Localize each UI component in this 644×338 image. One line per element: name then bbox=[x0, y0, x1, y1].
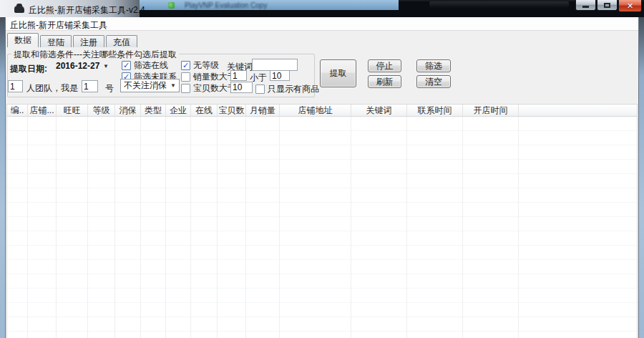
tab-strip: 数据 登陆 注册 充值 bbox=[7, 33, 139, 47]
app-client-area: 丘比熊-新开店铺采集工具 数据 登陆 注册 充值 提取和筛选条件---关注哪些条… bbox=[6, 17, 638, 338]
window-titlebar[interactable]: PlayVNP Evaluation Copy 丘比熊-新开店铺采集工具-v2.… bbox=[0, 0, 644, 17]
checkbox-items-gt-label: 宝贝数大于 bbox=[193, 82, 236, 95]
checkbox-items-gt[interactable]: 宝贝数大于 bbox=[181, 82, 236, 95]
table-grid-column bbox=[28, 117, 57, 338]
close-button[interactable]: ✕ bbox=[618, 0, 642, 12]
checkbox-box bbox=[255, 84, 265, 94]
table-grid-column bbox=[166, 117, 191, 338]
tab-register[interactable]: 注册 bbox=[73, 35, 104, 47]
window-frame-left bbox=[0, 17, 6, 338]
team-label: 人团队，我是 bbox=[26, 82, 78, 95]
column-header-type[interactable]: 类型 bbox=[141, 105, 166, 116]
table-grid-column bbox=[7, 117, 28, 338]
date-label: 提取日期: bbox=[10, 63, 47, 75]
table-header: 编.. 店铺... 旺旺 等级 消保 类型 企业 在线 宝贝数 月销量 店铺地址… bbox=[6, 104, 638, 117]
app-icon bbox=[14, 6, 24, 13]
window-frame-right bbox=[638, 17, 644, 338]
column-header-protection[interactable]: 消保 bbox=[115, 105, 141, 116]
table-grid-column bbox=[141, 117, 166, 338]
sales-lt-input[interactable] bbox=[270, 70, 290, 81]
column-header-enterprise[interactable]: 企业 bbox=[166, 105, 191, 116]
window-title: 丘比熊-新开店铺采集工具-v2.4 bbox=[29, 4, 145, 16]
table-grid-column bbox=[246, 117, 280, 338]
checkbox-filter-online[interactable]: ✓ 筛选在线 bbox=[122, 59, 168, 72]
maximize-icon bbox=[604, 3, 610, 8]
background-dark-window bbox=[429, 1, 569, 8]
date-picker-value: 2016-12-27 bbox=[56, 61, 99, 71]
checkbox-box bbox=[181, 72, 190, 82]
dropdown-arrow-icon: ▼ bbox=[103, 63, 109, 69]
column-header-monthly-sales[interactable]: 月销量 bbox=[246, 105, 280, 116]
protection-select-value: 不关注消保 bbox=[124, 79, 167, 92]
close-icon: ✕ bbox=[627, 2, 633, 10]
team-count-input[interactable] bbox=[8, 80, 23, 92]
checkbox-filter-online-label: 筛选在线 bbox=[134, 59, 168, 72]
team-number-input[interactable] bbox=[82, 80, 98, 92]
inner-title-bar: 丘比熊-新开店铺采集工具 bbox=[6, 17, 638, 31]
minimize-icon bbox=[582, 6, 589, 8]
column-header-keyword[interactable]: 关键词 bbox=[351, 105, 407, 116]
date-picker[interactable]: 2016-12-27 ▼ bbox=[56, 60, 112, 72]
table-grid-column bbox=[218, 117, 246, 338]
checkbox-box bbox=[181, 84, 190, 93]
keyword-input[interactable] bbox=[252, 59, 298, 71]
checkbox-sales-gt-label: 销量数大于 bbox=[193, 71, 236, 83]
minimize-button[interactable] bbox=[575, 0, 596, 11]
table-grid-column bbox=[280, 117, 351, 338]
screen: PlayVNP Evaluation Copy 丘比熊-新开店铺采集工具-v2.… bbox=[0, 0, 644, 338]
maximize-button[interactable] bbox=[597, 0, 618, 11]
protection-select[interactable]: 不关注消保 ▼ bbox=[120, 79, 180, 92]
dropdown-arrow-icon: ▼ bbox=[170, 82, 176, 89]
table-grid-column bbox=[407, 117, 463, 338]
tab-data[interactable]: 数据 bbox=[7, 33, 39, 47]
stop-button[interactable]: 停止 bbox=[368, 59, 401, 72]
column-header-wangwang[interactable]: 旺旺 bbox=[57, 105, 88, 116]
table-grid-column bbox=[88, 117, 115, 338]
column-header-level[interactable]: 等级 bbox=[88, 105, 115, 116]
background-window-title: PlayVNP Evaluation Copy bbox=[185, 1, 267, 9]
checkbox-only-has-goods[interactable]: 只显示有商品 bbox=[255, 83, 319, 95]
column-header-item-count[interactable]: 宝贝数 bbox=[218, 105, 246, 116]
team-number-suffix-label: 号 bbox=[105, 82, 114, 95]
tab-login[interactable]: 登陆 bbox=[40, 35, 72, 47]
table-grid-column bbox=[57, 117, 88, 338]
clear-button[interactable]: 清空 bbox=[416, 75, 451, 88]
refresh-button[interactable]: 刷新 bbox=[368, 75, 401, 88]
background-window-icon bbox=[168, 2, 175, 9]
checkbox-sales-gt[interactable]: 销量数大于 bbox=[181, 71, 236, 83]
table-grid-column bbox=[191, 117, 218, 338]
sales-gt-input[interactable] bbox=[230, 70, 247, 81]
background-window-titlebar: PlayVNP Evaluation Copy bbox=[140, 0, 399, 10]
items-gt-input[interactable] bbox=[230, 82, 253, 93]
tab-recharge[interactable]: 充值 bbox=[106, 35, 137, 47]
column-header-contact-time[interactable]: 联系时间 bbox=[407, 105, 463, 116]
column-header-open-time[interactable]: 开店时间 bbox=[463, 105, 519, 116]
extract-button[interactable]: 提取 bbox=[320, 59, 356, 87]
checkbox-no-level[interactable]: ✓ 无等级 bbox=[181, 59, 219, 72]
table-grid-column bbox=[351, 117, 407, 338]
column-header-shop-name[interactable]: 店铺... bbox=[28, 105, 57, 116]
table-grid-column bbox=[463, 117, 519, 338]
table-grid-column bbox=[115, 117, 141, 338]
checkbox-check-icon: ✓ bbox=[122, 61, 131, 70]
column-header-online[interactable]: 在线 bbox=[191, 105, 218, 116]
checkbox-check-icon: ✓ bbox=[181, 61, 190, 70]
column-header-empty bbox=[519, 105, 637, 116]
checkbox-no-level-label: 无等级 bbox=[193, 59, 219, 72]
column-header-shop-address[interactable]: 店铺地址 bbox=[280, 105, 351, 116]
caption-buttons: ✕ bbox=[575, 0, 642, 12]
column-header-id[interactable]: 编.. bbox=[7, 105, 28, 116]
filter-button[interactable]: 筛选 bbox=[416, 59, 451, 72]
table-body bbox=[6, 117, 638, 338]
filter-groupbox-caption: 提取和筛选条件---关注哪些条件勾选后提取 bbox=[11, 49, 179, 61]
checkbox-only-has-goods-label: 只显示有商品 bbox=[268, 83, 319, 95]
